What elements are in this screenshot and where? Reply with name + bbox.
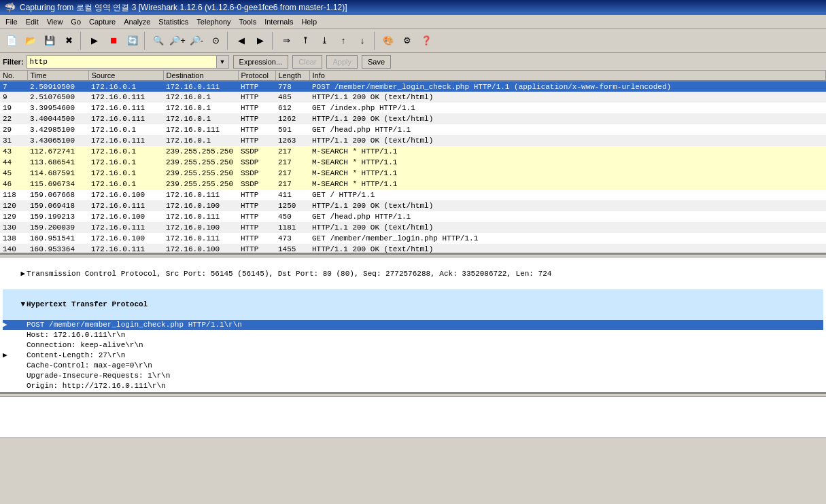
table-cell: 9 [0,92,27,103]
last-packet-button[interactable]: ⤓ [315,32,333,50]
detail-field-line[interactable]: Origin: http://172.16.0.111\r\n [3,381,823,391]
detail-field-line[interactable]: Upgrade-Insecure-Requests: 1\r\n [3,371,823,381]
table-cell: 217 [275,146,309,157]
table-row[interactable]: 223.40044500172.16.0.111172.16.0.1HTTP12… [0,113,826,124]
menu-item-go[interactable]: Go [67,16,85,27]
http-expand-icon[interactable]: ▼ [20,300,25,308]
table-cell: SSDP [238,146,275,157]
save-button[interactable]: 💾 [41,32,58,50]
zoom-normal-button[interactable]: ⊙ [207,32,224,50]
hex-panel[interactable] [0,397,826,437]
table-cell: 172.16.0.111 [163,81,238,92]
help-button[interactable]: ❓ [417,32,435,50]
separator-4 [272,32,275,50]
separator-1 [80,32,83,50]
table-cell: 1181 [275,222,309,233]
filter-input-wrap: ▼ [27,55,229,69]
start-capture-button[interactable]: ▶ [86,32,103,50]
table-cell: 172.16.0.1 [88,146,163,157]
table-cell: 473 [275,233,309,244]
col-header-dst[interactable]: Destination [163,71,238,81]
table-cell: SSDP [238,179,275,190]
first-packet-button[interactable]: ⤒ [296,32,314,50]
col-header-src[interactable]: Source [88,71,163,81]
table-cell: HTTP/1.1 200 OK (text/html) [309,244,826,254]
new-button[interactable]: 📄 [3,32,20,50]
table-row[interactable]: 120159.069418172.16.0.111172.16.0.100HTT… [0,200,826,211]
expression-button[interactable]: Expression... [233,55,289,69]
table-cell: 31 [0,135,27,146]
col-header-time[interactable]: Time [27,71,88,81]
stop-capture-button[interactable]: ⏹ [105,32,122,50]
filter-dropdown[interactable]: ▼ [217,55,229,69]
table-row[interactable]: 140160.953364172.16.0.111172.16.0.100HTT… [0,244,826,254]
table-row[interactable]: 138160.951541172.16.0.100172.16.0.111HTT… [0,233,826,244]
menu-item-view[interactable]: View [43,16,67,27]
detail-panel[interactable]: ▶Transmission Control Protocol, Src Port… [0,257,826,393]
next-button[interactable]: ↓ [354,32,371,50]
detail-field-line[interactable]: Cache-Control: max-age=0\r\n [3,361,823,371]
clear-button[interactable]: Clear [292,55,322,69]
colorize-button[interactable]: 🎨 [379,32,397,50]
table-row[interactable]: 130159.200039172.16.0.111172.16.0.100HTT… [0,222,826,233]
menu-item-internals[interactable]: Internals [260,16,297,27]
zoom-out-button[interactable]: 🔎- [188,32,205,50]
table-row[interactable]: 72.50919500172.16.0.1172.16.0.111HTTP778… [0,81,826,92]
table-cell: 160.953364 [27,244,88,254]
field-expand-icon[interactable]: ▶ [3,351,7,359]
apply-button[interactable]: Apply [326,55,358,69]
table-row[interactable]: 129159.199213172.16.0.100172.16.0.111HTT… [0,211,826,222]
menu-item-tools[interactable]: Tools [235,16,261,27]
table-cell: 159.199213 [27,211,88,222]
col-header-len[interactable]: Length [275,71,309,81]
table-row[interactable]: 45114.687591172.16.0.1239.255.255.250SSD… [0,168,826,179]
table-row[interactable]: 43112.672741172.16.0.1239.255.255.250SSD… [0,146,826,157]
table-row[interactable]: 293.42985100172.16.0.1172.16.0.111HTTP59… [0,124,826,135]
detail-field-line[interactable]: ▶ Content-Length: 27\r\n [3,350,823,361]
restart-capture-button[interactable]: 🔄 [124,32,141,50]
close-button[interactable]: ✖ [60,32,78,50]
table-row[interactable]: 313.43065100172.16.0.111172.16.0.1HTTP12… [0,135,826,146]
filter-input[interactable] [27,55,217,69]
forward-button[interactable]: ▶ [252,32,269,50]
prefs-button[interactable]: ⚙ [398,32,416,50]
menu-item-statistics[interactable]: Statistics [154,16,192,27]
menu-item-analyze[interactable]: Analyze [120,16,154,27]
field-text: Origin: http://172.16.0.111\r\n [9,382,166,390]
table-row[interactable]: 46115.696734172.16.0.1239.255.255.250SSD… [0,179,826,190]
field-expand-icon[interactable]: ▶ [3,321,7,329]
table-cell: M-SEARCH * HTTP/1.1 [309,179,826,190]
col-header-info[interactable]: Info [309,71,826,81]
menu-item-file[interactable]: File [1,16,22,27]
detail-field-line[interactable]: ▶ POST /member/member_login_check.php HT… [3,320,823,330]
open-button[interactable]: 📂 [22,32,39,50]
tcp-expand-icon[interactable]: ▶ [20,270,25,278]
packet-list-wrap[interactable]: No. Time Source Destination Protocol Len… [0,71,826,254]
menu-item-help[interactable]: Help [297,16,321,27]
menu-item-edit[interactable]: Edit [22,16,43,27]
field-text: Cache-Control: max-age=0\r\n [9,361,152,370]
table-row[interactable]: 118159.067668172.16.0.100172.16.0.111HTT… [0,190,826,200]
table-row[interactable]: 92.51076500172.16.0.111172.16.0.1HTTP485… [0,92,826,103]
col-header-proto[interactable]: Protocol [238,71,275,81]
col-header-no[interactable]: No. [0,71,27,81]
go-to-packet-button[interactable]: ⇒ [277,32,295,50]
detail-field-line[interactable]: Connection: keep-alive\r\n [3,340,823,350]
table-cell: GET /head.php HTTP/1.1 [309,124,826,135]
save-filter-button[interactable]: Save [362,55,391,69]
detail-field-line[interactable]: Host: 172.16.0.111\r\n [3,330,823,340]
back-button[interactable]: ◀ [233,32,250,50]
table-cell: 612 [275,103,309,113]
table-row[interactable]: 193.39954600172.16.0.111172.16.0.1HTTP61… [0,103,826,113]
prev-button[interactable]: ↑ [334,32,352,50]
table-row[interactable]: 44113.686541172.16.0.1239.255.255.250SSD… [0,157,826,168]
menu-item-capture[interactable]: Capture [85,16,120,27]
table-cell: 140 [0,244,27,254]
zoom-in-button[interactable]: 🔎+ [169,32,186,50]
filter-options-button[interactable]: 🔍 [150,32,167,50]
table-cell: 160.951541 [27,233,88,244]
menu-item-telephony[interactable]: Telephony [192,16,235,27]
table-cell: 3.42985100 [27,124,88,135]
table-cell: 172.16.0.1 [163,113,238,124]
table-cell: HTTP/1.1 200 OK (text/html) [309,92,826,103]
